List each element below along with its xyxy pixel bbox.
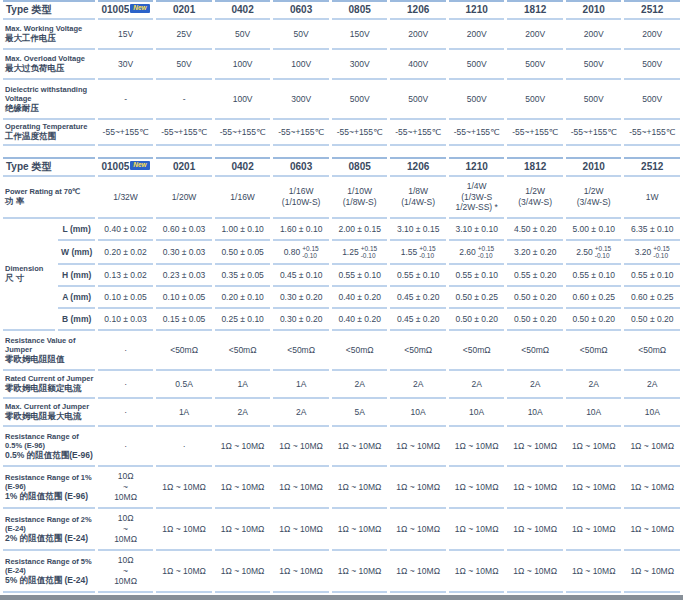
spec-cell: · [98,427,154,467]
spec-row: Rated Current of Jumper零欧姆电阻额定电流·0.5A1A1… [3,371,680,399]
spec-cell: 0.13 ± 0.02 [98,265,154,287]
spec-cell: 0.35 ± 0.05 [215,265,271,287]
spec-cell: 0.60 ± 0.03 [156,219,212,241]
spec-row: Resistance Range of 0.5% (E-96)0.5% 的阻值范… [3,427,680,467]
spec-cell: 0.45 ± 0.20 [390,309,446,331]
spec-cell: 1Ω ~ 10MΩ [273,467,329,509]
spec-cell: 1Ω ~ 10MΩ [156,551,212,593]
spec-cell: 1Ω ~ 10MΩ [507,509,563,551]
spec-cell: 400V [390,50,446,80]
spec-cell: 200V [390,20,446,50]
spec-cell: 1Ω ~ 10MΩ [273,509,329,551]
row-label: Max. Working Voltage最大工作电压 [3,20,95,50]
column-header-0603: 0603 [273,0,329,20]
spec-cell: 100V [215,50,271,80]
spec-cell: 1.60 ± 0.10 [273,219,329,241]
spec-cell: 1/4W(1/3W-S1/2W-SS) * [449,177,505,219]
spec-cell: 2.00 ± 0.15 [332,219,388,241]
spec-cell: 2A [390,371,446,399]
spec-cell: 10A [390,399,446,427]
spec-cell: 0.20 ± 0.10 [215,287,271,309]
spec-cell: 1Ω ~ 10MΩ [507,467,563,509]
spec-cell: 1/10W(1/8W-S) [332,177,388,219]
row-label: Dielectric withstanding Voltage绝缘耐压 [3,80,95,120]
spec-cell: 500V [449,80,505,120]
spec-cell: <50mΩ [273,331,329,371]
spec-cell: 30V [98,50,154,80]
spec-cell: 1Ω ~ 10MΩ [507,551,563,593]
spec-row: Max. Overload Voltage最大过负荷电压30V50V100V10… [3,50,680,80]
spec-cell: 25V [156,20,212,50]
spec-cell: 0.30 ± 0.20 [273,309,329,331]
spec-cell: 1/2W(3/4W-S) [566,177,622,219]
spec-cell: <50mΩ [156,331,212,371]
spec-cell: 50V [273,20,329,50]
spec-cell: 3.20 ± 0.20 [507,241,563,265]
spec-cell: 15V [98,20,154,50]
spec-cell: 500V [507,80,563,120]
spec-cell: 50V [156,50,212,80]
dimension-row: A (mm)0.10 ± 0.050.10 ± 0.050.20 ± 0.100… [3,287,680,309]
column-header-1206: 1206 [390,157,446,177]
spec-cell: 1A [215,371,271,399]
spec-cell: 0.30 ± 0.20 [273,287,329,309]
spec-cell: 1Ω ~ 10MΩ [215,427,271,467]
dimension-sub-label: A (mm) [58,287,94,309]
column-header-2010: 2010 [566,0,622,20]
spec-cell: 0.55 ± 0.10 [624,265,680,287]
spec-cell: -55~+155℃ [390,120,446,146]
dimension-sub-label: B (mm) [58,309,94,331]
spec-cell: 0.55 ± 0.10 [390,265,446,287]
spec-cell: 1Ω ~ 10MΩ [566,551,622,593]
ratings-spec-table-body: Type 类型01005New0201040206030805120612101… [3,0,680,146]
spec-cell: 0.55 ± 0.10 [449,265,505,287]
spec-cell: 200V [624,20,680,50]
column-header-0201: 0201 [156,0,212,20]
spec-cell: 1/2W(3/4W-S) [507,177,563,219]
column-header-0201: 0201 [156,157,212,177]
spec-cell: 0.55 ± 0.20 [507,265,563,287]
spec-cell: 2A [273,399,329,427]
spec-cell: 0.20 ± 0.02 [98,241,154,265]
spec-cell: <50mΩ [390,331,446,371]
spec-cell: 2A [566,371,622,399]
spec-cell: 1Ω ~ 10MΩ [624,551,680,593]
spec-cell: -55~+155℃ [624,120,680,146]
spec-cell: -55~+155℃ [273,120,329,146]
spec-cell: 500V [507,50,563,80]
spec-cell: 1Ω ~ 10MΩ [624,427,680,467]
spec-cell: 1Ω ~ 10MΩ [390,467,446,509]
column-header-2010: 2010 [566,157,622,177]
spec-cell: 2A [507,371,563,399]
spec-cell: 500V [624,50,680,80]
spec-row: Max. Working Voltage最大工作电压15V25V50V50V15… [3,20,680,50]
spec-cell: 10A [507,399,563,427]
spec-cell: <50mΩ [215,331,271,371]
spec-cell: 1/8W(1/4W-S) [390,177,446,219]
spec-cell: 1Ω ~ 10MΩ [449,467,505,509]
row-label: Power Rating at 70℃功 率 [3,177,95,219]
dimension-row: W (mm)0.20 ± 0.020.30 ± 0.030.50 ± 0.050… [3,241,680,265]
spec-cell: 500V [332,80,388,120]
spec-cell: -55~+155℃ [507,120,563,146]
row-label: Max. Current of Jumper零欧姆电阻最大电流 [3,399,95,427]
spec-cell: 0.10 ± 0.05 [98,287,154,309]
spec-cell: 2A [449,371,505,399]
spec-cell: 0.40 ± 0.02 [98,219,154,241]
spec-cell: 1Ω ~ 10MΩ [390,551,446,593]
spec-cell: 1W [624,177,680,219]
spec-cell: · [98,371,154,399]
spec-cell: 0.50 ± 0.20 [449,309,505,331]
spec-cell: 1/16W [215,177,271,219]
type-label: Type 类型 [3,157,95,177]
column-header-01005: 01005New [98,0,154,20]
row-label: Resistance Range of 2% (E-24)2% 的阻值范围 (E… [3,509,95,551]
spec-row: Dielectric withstanding Voltage绝缘耐压--100… [3,80,680,120]
column-header-1210: 1210 [449,157,505,177]
spec-cell: 0.25 ± 0.10 [215,309,271,331]
spec-row: Operating Temperature工作温度范围-55~+155℃-55~… [3,120,680,146]
dimension-row: H (mm)0.13 ± 0.020.23 ± 0.030.35 ± 0.050… [3,265,680,287]
spec-cell: -55~+155℃ [156,120,212,146]
spec-cell: 0.50 ± 0.20 [507,287,563,309]
dimension-sub-label: W (mm) [58,241,94,265]
